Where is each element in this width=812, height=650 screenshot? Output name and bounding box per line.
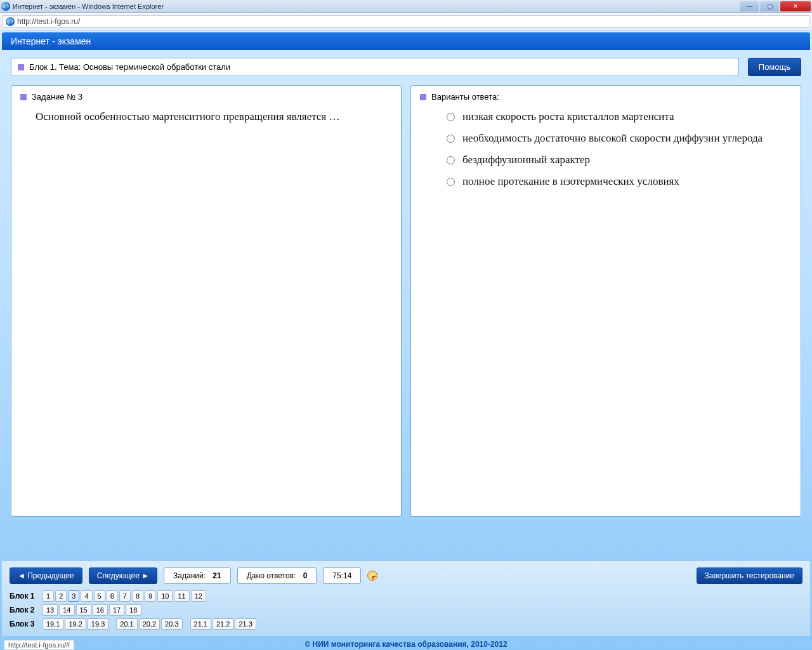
prev-label: Предыдущее [27,571,74,580]
answer-radio[interactable] [447,156,455,164]
answered-pill: Дано ответов: 0 [237,567,317,584]
question-button[interactable]: 18 [126,604,141,616]
time-pill: 75:14 [323,567,361,584]
bottom-bar: ◄ Предыдущее Следующее ► Заданий: 21 Дан… [2,560,810,636]
question-panel: Задание № 3 Основной особенностью мартен… [11,85,402,517]
question-button[interactable]: 15 [76,604,91,616]
footer-copyright: © НИИ мониторинга качества образования, … [0,640,812,649]
answers-panel-label: Варианты ответа: [431,92,499,102]
app-header: Интернет - экзамен [2,32,810,50]
question-button[interactable]: 1 [43,590,54,602]
question-text: Основной особенностью мартенситного прев… [36,110,387,123]
topic-bar: Блок 1. Тема: Основы термической обработ… [11,58,739,76]
answered-count: 0 [303,571,308,580]
close-button[interactable]: ✕ [780,1,811,11]
question-button[interactable]: 2 [55,590,67,602]
bullet-icon [20,94,27,100]
question-button[interactable]: 11 [174,590,189,602]
topic-text: Блок 1. Тема: Основы термической обработ… [29,62,230,72]
chevron-right-icon: ► [140,571,149,580]
question-button[interactable]: 20.3 [161,618,182,630]
tasks-count-pill: Заданий: 21 [164,567,231,584]
question-button[interactable]: 20.1 [116,618,137,630]
maximize-button[interactable]: ▢ [760,1,779,11]
block-label: Блок 1 [10,592,39,600]
question-button[interactable]: 21.2 [213,618,233,630]
bullet-icon [18,64,24,70]
answer-option[interactable]: низкая скорость роста кристаллов мартенс… [447,110,792,123]
answer-option[interactable]: бездиффузионный характер [447,154,792,166]
time-value: 75:14 [332,571,351,580]
question-button[interactable]: 17 [109,604,124,616]
tasks-count: 21 [213,571,221,580]
block-label: Блок 2 [10,606,39,614]
answer-label: полное протекание в изотермических услов… [462,175,679,188]
blocks-nav: Блок 1123456789101112Блок 2131415161718Б… [10,590,802,630]
question-button[interactable]: 20.2 [139,618,160,630]
question-button[interactable]: 9 [145,590,156,602]
question-button[interactable]: 21.3 [235,618,256,630]
answer-radio[interactable] [447,178,455,186]
address-field[interactable]: http://test.i-fgos.ru/ [3,15,809,28]
content-row: Задание № 3 Основной особенностью мартен… [11,85,801,517]
minimize-button[interactable]: — [740,1,759,11]
question-button[interactable]: 19.1 [43,618,63,630]
question-panel-label: Задание № 3 [32,92,82,102]
answers-list: низкая скорость роста кристаллов мартенс… [447,110,792,188]
chevron-left-icon: ◄ [18,571,27,580]
question-button[interactable]: 3 [68,590,79,602]
topic-row: Блок 1. Тема: Основы термической обработ… [11,58,801,76]
question-button[interactable]: 14 [59,604,74,616]
answered-label: Дано ответов: [247,571,296,580]
help-button[interactable]: Помощь [748,58,801,76]
question-button[interactable]: 12 [191,590,206,602]
answer-radio[interactable] [447,113,455,121]
url-text: http://test.i-fgos.ru/ [17,17,80,26]
question-button[interactable]: 21.1 [190,618,211,630]
nav-row: ◄ Предыдущее Следующее ► Заданий: 21 Дан… [10,567,802,584]
answer-label: бездиффузионный характер [462,154,590,166]
next-button[interactable]: Следующее ► [89,567,157,584]
prev-button[interactable]: ◄ Предыдущее [10,567,82,584]
bullet-icon [420,94,426,100]
question-button[interactable]: 19.3 [88,618,108,630]
tasks-label: Заданий: [173,571,206,580]
address-bar: http://test.i-fgos.ru/ [0,13,812,30]
block-row: Блок 2131415161718 [10,604,802,616]
question-button[interactable]: 19.2 [65,618,86,630]
block-label: Блок 3 [10,620,39,628]
window-buttons: — ▢ ✕ [740,1,811,11]
question-button[interactable]: 6 [107,590,118,602]
next-label: Следующее [97,571,140,580]
question-button[interactable]: 10 [157,590,173,602]
answer-radio[interactable] [447,135,455,143]
question-button[interactable]: 4 [81,590,92,602]
answers-panel: Варианты ответа: низкая скорость роста к… [410,85,801,517]
answer-label: необходимость достаточно высокой скорост… [462,132,763,145]
finish-button[interactable]: Завершить тестирование [697,567,802,584]
status-bar: http://test.i-fgos.ru/# [4,640,74,650]
window-titlebar: Интернет - экзамен - Windows Internet Ex… [0,0,812,13]
clock-icon [367,571,377,581]
block-row: Блок 1123456789101112 [10,590,802,602]
question-button[interactable]: 5 [94,590,105,602]
question-buttons: 123456789101112 [43,590,206,602]
window-title: Интернет - экзамен - Windows Internet Ex… [13,3,164,10]
answer-label: низкая скорость роста кристаллов мартенс… [462,110,674,123]
answer-option[interactable]: необходимость достаточно высокой скорост… [447,132,792,145]
question-buttons: 131415161718 [43,604,141,616]
question-buttons: 19.119.219.320.120.220.321.121.221.3 [43,618,256,630]
block-row: Блок 319.119.219.320.120.220.321.121.221… [10,618,802,630]
app-title: Интернет - экзамен [11,36,91,46]
answers-panel-title: Варианты ответа: [420,92,792,102]
question-button[interactable]: 16 [93,604,108,616]
page-icon [6,17,15,26]
question-button[interactable]: 7 [119,590,131,602]
question-panel-title: Задание № 3 [20,92,392,102]
answer-option[interactable]: полное протекание в изотермических услов… [447,175,792,188]
question-button[interactable]: 8 [132,590,143,602]
question-button[interactable]: 13 [43,604,58,616]
page-body: Интернет - экзамен Блок 1. Тема: Основы … [0,30,812,650]
app: Интернет - экзамен Блок 1. Тема: Основы … [2,32,810,517]
ie-icon [1,2,10,11]
